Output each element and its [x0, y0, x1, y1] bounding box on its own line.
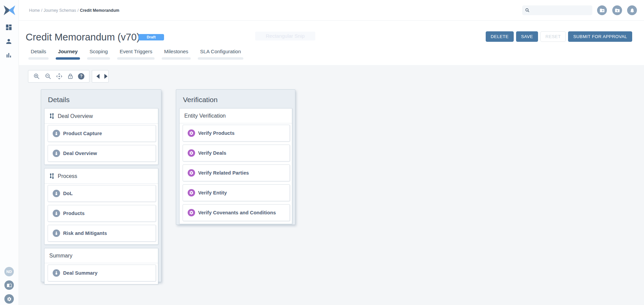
- help-button[interactable]: ?: [78, 73, 84, 80]
- delete-button[interactable]: DELETE: [486, 31, 514, 42]
- user-step-icon: [53, 210, 60, 217]
- group-steps: Product Capture Deal Overview: [45, 124, 158, 164]
- step-label: Verify Deals: [198, 150, 226, 156]
- dashboard-icon: [5, 24, 12, 31]
- tab-scoping[interactable]: Scoping: [87, 49, 110, 60]
- sidebar-item-reports[interactable]: [5, 52, 13, 60]
- phase-panel-details[interactable]: Details Deal Overview Product Capture De…: [41, 89, 161, 282]
- tab-indicator: [28, 57, 49, 60]
- sidebar-item-docs[interactable]: [4, 280, 14, 290]
- tab-label: Journey: [56, 49, 80, 54]
- gear-step-icon: [188, 169, 195, 177]
- step-label: Verify Covenants and Conditions: [198, 210, 276, 215]
- user-step-icon: [53, 150, 60, 157]
- reorder-handle-icon[interactable]: [49, 113, 54, 119]
- sidebar-item-settings[interactable]: [4, 294, 14, 304]
- tab-milestones[interactable]: Milestones: [162, 49, 191, 60]
- tab-indicator: [162, 57, 191, 60]
- group-steps: Verify Products Verify Deals Verify Rela…: [180, 123, 292, 224]
- step-label: DoL: [63, 191, 73, 196]
- breadcrumb-separator: /: [77, 8, 78, 13]
- step-card-verify-related-parties[interactable]: Verify Related Parties: [183, 164, 290, 181]
- phase-title: Details: [48, 96, 158, 104]
- tab-event-triggers[interactable]: Event Triggers: [117, 49, 155, 60]
- step-group-entity-verification[interactable]: Entity Verification Verify Products Veri…: [179, 108, 292, 224]
- tab-label: SLA Configuration: [198, 49, 243, 54]
- journey-canvas: ? Details Deal Overview Product Capture: [19, 65, 644, 305]
- step-card-deal-summary[interactable]: Deal Summary: [48, 265, 156, 281]
- step-card-deal-overview[interactable]: Deal Overview: [48, 145, 156, 162]
- tab-indicator: [117, 57, 155, 60]
- step-label: Product Capture: [63, 131, 102, 136]
- step-card-risk-and-mitigants[interactable]: Risk and Mitigants: [48, 225, 156, 242]
- save-button[interactable]: SAVE: [516, 31, 538, 42]
- reset-button[interactable]: RESET: [540, 31, 566, 42]
- step-card-products[interactable]: Products: [48, 205, 156, 222]
- step-card-verify-covenants-and-conditions[interactable]: Verify Covenants and Conditions: [183, 204, 290, 221]
- submit-for-approval-button[interactable]: SUBMIT FOR APPROVAL: [568, 31, 632, 42]
- tab-label: Details: [28, 49, 49, 54]
- step-label: Verify Entity: [198, 190, 227, 195]
- group-steps: Deal Summary: [45, 263, 158, 284]
- breadcrumb-current: Credit Memorandum: [80, 8, 119, 13]
- user-step-icon: [53, 269, 60, 277]
- search-icon: [525, 8, 530, 13]
- step-card-verify-entity[interactable]: Verify Entity: [183, 184, 290, 201]
- step-group-deal-overview[interactable]: Deal Overview Product Capture Deal Overv…: [44, 108, 158, 165]
- bar-chart-icon: [5, 52, 12, 59]
- avatar-initials: ND: [6, 270, 12, 274]
- app-logo[interactable]: [3, 4, 16, 18]
- canvas-nav-toolbar: [92, 70, 109, 83]
- step-card-dol[interactable]: DoL: [48, 185, 156, 202]
- chevron-left-icon: [95, 73, 102, 80]
- search-input[interactable]: [532, 8, 586, 13]
- step-card-verify-products[interactable]: Verify Products: [183, 125, 290, 142]
- notifications-button[interactable]: [627, 5, 637, 15]
- breadcrumb-home[interactable]: Home: [29, 8, 40, 13]
- next-button[interactable]: [102, 73, 109, 80]
- zoom-in-button[interactable]: [33, 73, 41, 80]
- tab-details[interactable]: Details: [28, 49, 49, 60]
- user-avatar[interactable]: ND: [4, 267, 14, 276]
- step-label: Verify Related Parties: [198, 170, 249, 176]
- step-card-product-capture[interactable]: Product Capture: [48, 125, 156, 142]
- app-logo-icon: [3, 4, 16, 17]
- page-header: Credit Memorandum (v70) Draft Rectangula…: [19, 21, 644, 65]
- step-group-summary[interactable]: Summary Deal Summary: [44, 248, 158, 284]
- gear-step-icon: [188, 129, 195, 137]
- phase-panel-verification[interactable]: Verification Entity Verification Verify …: [176, 89, 295, 225]
- create-folder-button[interactable]: [597, 5, 607, 15]
- zoom-out-button[interactable]: [44, 73, 52, 80]
- group-header: Process: [45, 169, 158, 184]
- group-name: Deal Overview: [58, 113, 93, 119]
- upload-folder-button[interactable]: [612, 5, 622, 15]
- phase-title: Verification: [183, 96, 292, 104]
- breadcrumb: Home/Journey Schemas/Credit Memorandum: [29, 8, 119, 13]
- group-steps: DoL Products Risk and Mitigants: [45, 184, 158, 244]
- step-card-verify-deals[interactable]: Verify Deals: [183, 145, 290, 161]
- lock-button[interactable]: [67, 73, 74, 80]
- tab-indicator: [198, 57, 243, 60]
- tab-indicator: [87, 57, 110, 60]
- breadcrumb-journey-schemas[interactable]: Journey Schemas: [44, 8, 76, 13]
- tab-sla-configuration[interactable]: SLA Configuration: [198, 49, 243, 60]
- zoom-in-icon: [33, 73, 40, 80]
- gear-icon: [7, 297, 12, 302]
- gear-step-icon: [188, 209, 195, 216]
- group-header: Deal Overview: [45, 109, 158, 124]
- step-group-process[interactable]: Process DoL Products Risk and Mitigants: [44, 168, 158, 245]
- user-step-icon: [53, 230, 60, 237]
- prev-button[interactable]: [95, 73, 102, 80]
- tab-journey[interactable]: Journey: [56, 49, 80, 60]
- sidebar-item-users[interactable]: [5, 38, 13, 46]
- pan-button[interactable]: [55, 73, 63, 80]
- breadcrumb-separator: /: [41, 8, 42, 13]
- user-icon: [5, 38, 12, 45]
- header-actions: DELETE SAVE RESET SUBMIT FOR APPROVAL: [486, 31, 632, 42]
- tab-bar: Details Journey Scoping Event Triggers M…: [28, 49, 250, 60]
- user-step-icon: [53, 130, 60, 137]
- tab-label: Event Triggers: [117, 49, 155, 54]
- reorder-handle-icon[interactable]: [49, 173, 54, 179]
- sidebar-item-dashboard[interactable]: [5, 24, 13, 32]
- tab-indicator: [56, 57, 80, 60]
